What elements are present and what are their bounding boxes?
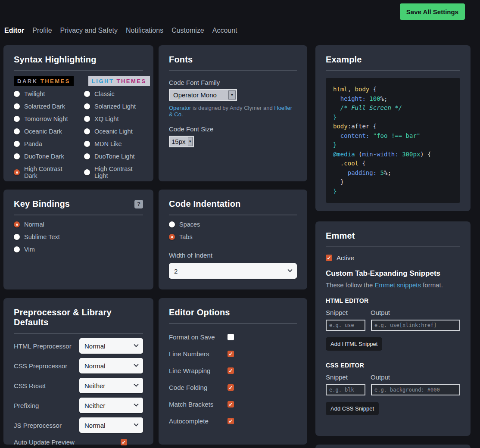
radio-option[interactable]: Oceanic Light xyxy=(84,128,143,135)
line-wrapping-checkbox[interactable]: ✓ xyxy=(228,367,234,374)
width-of-indent-select[interactable]: 2 xyxy=(169,263,297,279)
code-folding-checkbox[interactable]: ✓ xyxy=(228,384,234,391)
chevron-down-icon xyxy=(134,362,138,367)
chevron-down-icon xyxy=(134,422,138,426)
radio-option[interactable]: Solarized Dark xyxy=(14,103,73,110)
editor-options-rows: Format on Save✓Line Numbers✓Line Wrappin… xyxy=(169,333,297,425)
output-column-label: Output xyxy=(371,373,390,381)
code-line: html, body { xyxy=(333,85,453,94)
divider xyxy=(169,323,297,324)
settings-tabs: EditorProfilePrivacy and SafetyNotificat… xyxy=(4,27,237,34)
add-html-snippet-button[interactable]: Add HTML Snippet xyxy=(326,337,382,351)
tab-customize[interactable]: Customize xyxy=(171,27,204,34)
radio-icon[interactable] xyxy=(14,153,20,159)
dark-theme-radio-group: TwilightSolarized DarkTomorrow NightOcea… xyxy=(14,85,73,179)
auto-update-preview-checkbox[interactable]: ✓ xyxy=(121,439,127,445)
radio-option[interactable]: Panda xyxy=(14,140,73,147)
radio-icon[interactable] xyxy=(14,128,20,134)
emmet-active-checkbox[interactable]: ✓ xyxy=(326,255,332,261)
code-line: /* Full Screen */ xyxy=(333,103,453,113)
radio-icon[interactable] xyxy=(84,91,90,97)
radio-option[interactable]: DuoTone Dark xyxy=(14,153,73,160)
radio-icon[interactable] xyxy=(14,221,20,227)
radio-label: DuoTone Light xyxy=(94,153,135,160)
radio-icon[interactable] xyxy=(14,103,20,109)
next-panel-partial xyxy=(315,445,471,448)
radio-option[interactable]: MDN Like xyxy=(84,140,143,147)
text-link[interactable]: Operator xyxy=(169,105,191,111)
radio-option[interactable]: Twilight xyxy=(14,90,73,97)
radio-option[interactable]: High Contrast Dark xyxy=(14,165,73,179)
radio-option[interactable]: DuoTone Light xyxy=(84,153,143,160)
radio-option[interactable]: Tabs xyxy=(169,233,297,240)
code-font-family-select[interactable]: Operator Mono ▼ xyxy=(169,89,237,101)
radio-option[interactable]: Vim xyxy=(14,246,143,253)
code-indentation-panel: Code Indentation SpacesTabs Width of Ind… xyxy=(159,190,307,289)
save-all-settings-button[interactable]: Save All Settings xyxy=(400,3,465,20)
prefixing-select[interactable]: Neither xyxy=(79,398,143,413)
radio-icon[interactable] xyxy=(14,169,20,175)
js-preprocessor-select[interactable]: Normal xyxy=(79,417,143,433)
divider xyxy=(326,70,460,71)
radio-icon[interactable] xyxy=(169,234,175,240)
text-link[interactable]: Emmet snippets xyxy=(374,281,421,289)
radio-icon[interactable] xyxy=(84,128,90,134)
radio-option[interactable]: XQ Light xyxy=(84,115,143,122)
html-snippet-input[interactable] xyxy=(326,320,365,331)
radio-option[interactable]: Normal xyxy=(14,221,143,228)
radio-icon[interactable] xyxy=(84,153,90,159)
radio-label: Vim xyxy=(24,246,35,253)
radio-icon[interactable] xyxy=(84,169,90,175)
radio-icon[interactable] xyxy=(14,234,20,240)
css-snippet-input[interactable] xyxy=(326,384,365,395)
css-reset-select[interactable]: Neither xyxy=(79,378,143,393)
dropdown-arrow-icon: ▼ xyxy=(228,90,236,100)
help-icon[interactable]: ? xyxy=(134,200,143,208)
tab-account[interactable]: Account xyxy=(212,27,237,34)
radio-option[interactable]: Spaces xyxy=(169,221,297,228)
option-label: Autocomplete xyxy=(169,417,228,425)
radio-option[interactable]: Sublime Text xyxy=(14,233,143,240)
panel-title: Syntax Highlighting xyxy=(14,55,143,65)
css-preprocessor-select[interactable]: Normal xyxy=(79,358,143,373)
code-line: } xyxy=(333,140,453,150)
radio-option[interactable]: Classic xyxy=(84,90,143,97)
add-css-snippet-button[interactable]: Add CSS Snippet xyxy=(326,402,379,415)
radio-icon[interactable] xyxy=(14,116,20,122)
divider xyxy=(14,215,143,215)
tab-profile[interactable]: Profile xyxy=(32,27,52,34)
code-line: .cool { xyxy=(333,159,453,168)
radio-option[interactable]: High Contrast Light xyxy=(84,165,143,179)
code-font-size-select[interactable]: 15px ▼ xyxy=(169,136,194,147)
tab-privacy-and-safety[interactable]: Privacy and Safety xyxy=(60,27,118,34)
syntax-highlighting-panel: Syntax Highlighting DARK THEMES LIGHT TH… xyxy=(3,45,153,181)
radio-icon[interactable] xyxy=(84,116,90,122)
format-on-save-checkbox[interactable]: ✓ xyxy=(228,334,234,340)
autocomplete-checkbox[interactable]: ✓ xyxy=(228,418,234,424)
html-output-input[interactable] xyxy=(371,320,460,331)
light-themes-badge: LIGHT THEMES xyxy=(88,76,150,86)
preprocessor-row: HTML PreprocessorNormal xyxy=(14,338,143,354)
radio-icon[interactable] xyxy=(14,91,20,97)
radio-option[interactable]: Solarized Light xyxy=(84,103,143,110)
radio-icon[interactable] xyxy=(14,141,20,147)
code-font-family-label: Code Font Family xyxy=(169,79,297,86)
radio-icon[interactable] xyxy=(14,246,20,252)
line-numbers-checkbox[interactable]: ✓ xyxy=(228,351,234,357)
html-preprocessor-select[interactable]: Normal xyxy=(79,338,143,354)
radio-option[interactable]: Tomorrow Night xyxy=(14,115,73,122)
row-label: JS Preprocessor xyxy=(14,422,62,429)
radio-icon[interactable] xyxy=(169,221,175,227)
custom-snippets-heading: Custom Tab-Expanding Snippets xyxy=(326,269,460,278)
match-brackets-checkbox[interactable]: ✓ xyxy=(228,401,234,408)
radio-icon[interactable] xyxy=(84,103,90,109)
editor-option-row: Line Wrapping✓ xyxy=(169,367,297,374)
radio-option[interactable]: Oceanic Dark xyxy=(14,128,73,135)
row-label: Prefixing xyxy=(14,402,39,409)
chevron-down-icon xyxy=(134,402,138,407)
css-output-input[interactable] xyxy=(371,384,460,395)
tab-editor[interactable]: Editor xyxy=(4,27,24,34)
tab-notifications[interactable]: Notifications xyxy=(126,27,163,34)
code-line: content: "foo !== bar" xyxy=(333,131,453,141)
radio-icon[interactable] xyxy=(84,141,90,147)
